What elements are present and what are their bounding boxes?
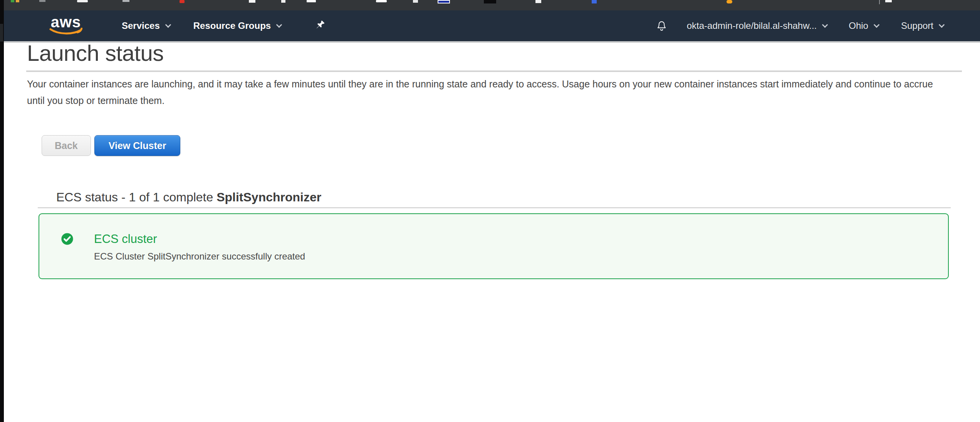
browser-icon-fragment: [281, 0, 285, 3]
ecs-status-heading: ECS status - 1 of 1 complete SplitSynchr…: [56, 190, 321, 204]
status-card-message: ECS Cluster SplitSynchronizer successful…: [94, 251, 305, 262]
browser-icon-fragment: [11, 0, 14, 2]
browser-icon-fragment: [535, 0, 541, 3]
browser-tab-strip: [4, 0, 980, 10]
browser-icon-fragment: [727, 0, 732, 3]
nav-support-label: Support: [901, 20, 933, 31]
browser-icon-fragment: [180, 0, 185, 3]
browser-icon-fragment: [16, 0, 19, 2]
pin-shortcuts-button[interactable]: [314, 20, 326, 32]
back-button[interactable]: Back: [42, 135, 91, 156]
nav-resource-groups-label: Resource Groups: [193, 20, 271, 31]
browser-icon-fragment: [885, 0, 892, 2]
aws-logo[interactable]: aws: [49, 15, 82, 36]
notifications-button[interactable]: [656, 20, 667, 32]
ecs-status-heading-prefix: ECS status - 1 of 1 complete: [56, 190, 216, 204]
navbar-right-group: okta-admin-role/bilal.al-shahw... Ohio S…: [656, 20, 944, 32]
browser-icon-fragment: [484, 0, 496, 3]
browser-icon-fragment: [438, 0, 450, 3]
aws-console-page: { "browser_strip": { "fragments": [ {"x"…: [0, 0, 980, 422]
status-card-title: ECS cluster: [94, 233, 305, 246]
chevron-down-icon: [276, 22, 282, 28]
ecs-status-heading-resource: SplitSynchronizer: [216, 190, 321, 204]
navbar-left-group: aws Services Resource Groups: [4, 15, 326, 36]
status-card-text: ECS cluster ECS Cluster SplitSynchronize…: [94, 233, 305, 262]
nav-account-menu[interactable]: okta-admin-role/bilal.al-shahw...: [687, 20, 827, 31]
bell-icon: [656, 20, 667, 32]
view-cluster-button[interactable]: View Cluster: [94, 135, 181, 156]
launch-description: Your container instances are launching, …: [27, 76, 934, 109]
desktop-edge-strip: [0, 0, 4, 422]
chevron-down-icon: [939, 22, 945, 28]
browser-icon-fragment: [307, 0, 316, 2]
aws-navbar: aws Services Resource Groups: [4, 10, 980, 43]
page-title: Launch status: [27, 42, 164, 64]
status-section-divider: [38, 207, 951, 208]
browser-icon-fragment: [77, 0, 88, 2]
nav-services-menu[interactable]: Services: [122, 20, 170, 31]
action-button-row: Back View Cluster: [42, 135, 180, 156]
nav-support-menu[interactable]: Support: [901, 20, 944, 31]
browser-icon-fragment: [123, 0, 129, 2]
pushpin-icon: [314, 20, 326, 32]
nav-services-label: Services: [122, 20, 160, 31]
aws-logo-text: aws: [51, 15, 81, 28]
nav-region-menu[interactable]: Ohio: [849, 20, 879, 31]
chevron-down-icon: [874, 22, 880, 28]
browser-icon-fragment: [249, 0, 255, 3]
aws-smile-swoosh-icon: [49, 28, 82, 36]
browser-icon-fragment: [376, 0, 387, 2]
browser-icon-fragment: [39, 0, 45, 2]
browser-icon-fragment: [413, 0, 418, 3]
nav-account-label: okta-admin-role/bilal.al-shahw...: [687, 20, 817, 31]
desktop-edge-notch: [0, 24, 3, 42]
browser-icon-fragment: [879, 0, 880, 4]
title-divider: [26, 70, 962, 72]
browser-icon-fragment: [592, 0, 597, 3]
nav-resource-groups-menu[interactable]: Resource Groups: [193, 20, 281, 31]
chevron-down-icon: [822, 22, 828, 28]
check-circle-icon: [61, 233, 74, 245]
nav-region-label: Ohio: [849, 20, 868, 31]
chevron-down-icon: [165, 22, 171, 28]
ecs-cluster-status-card: ECS cluster ECS Cluster SplitSynchronize…: [39, 213, 949, 279]
